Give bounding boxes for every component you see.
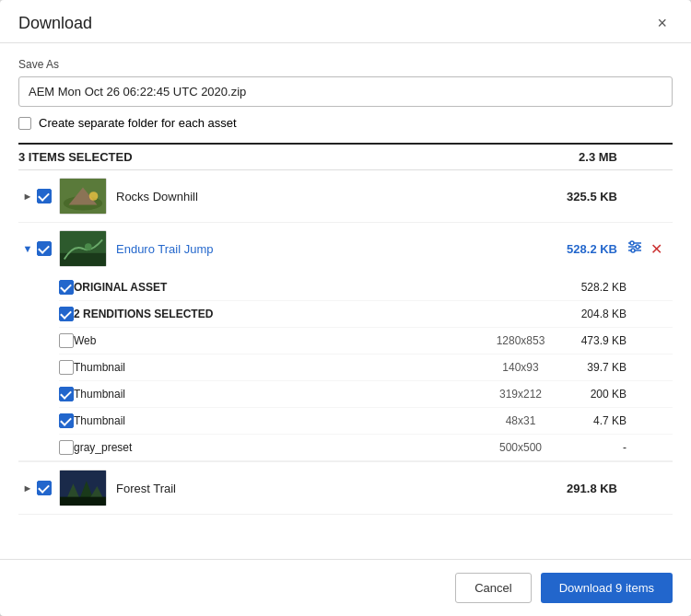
sub-row: Thumbnail 319x212 200 KB — [59, 381, 673, 408]
separate-folder-row: Create separate folder for each asset — [18, 116, 673, 130]
sub-checkbox[interactable] — [59, 280, 74, 295]
sub-label: Thumbnail — [74, 388, 479, 401]
sub-size: 200 KB — [562, 388, 627, 401]
sub-dims: 140x93 — [479, 361, 562, 374]
expand-chevron[interactable]: ▼ — [18, 243, 37, 254]
sub-label: Web — [74, 334, 479, 347]
separate-folder-checkbox[interactable] — [18, 117, 31, 130]
remove-icon[interactable]: ✕ — [650, 240, 662, 258]
svg-point-12 — [631, 249, 635, 252]
asset-sub-items: ORIGINAL ASSET 528.2 KB 2 RENDITIONS SEL… — [18, 274, 673, 461]
download-dialog: Download × Save As Create separate folde… — [0, 0, 691, 616]
items-header: 3 ITEMS SELECTED 2.3 MB — [18, 143, 673, 170]
sub-dims: 319x212 — [479, 388, 562, 401]
svg-rect-17 — [60, 497, 106, 506]
sub-checkbox[interactable] — [59, 333, 74, 348]
sub-checkbox[interactable] — [59, 387, 74, 401]
sub-dims: 48x31 — [479, 414, 562, 427]
expand-chevron[interactable]: ► — [18, 191, 37, 202]
asset-name: Enduro Trail Jump — [116, 242, 544, 256]
asset-name: Forest Trail — [116, 482, 544, 495]
dialog-header: Download × — [0, 0, 691, 43]
sub-size: 473.9 KB — [562, 334, 627, 347]
asset-thumbnail — [59, 230, 107, 267]
sub-row: ORIGINAL ASSET 528.2 KB — [59, 274, 673, 301]
asset-checkbox[interactable] — [37, 189, 52, 203]
sub-size: 204.8 KB — [562, 308, 627, 320]
sub-label: Thumbnail — [74, 414, 479, 427]
separate-folder-label: Create separate folder for each asset — [39, 116, 237, 130]
svg-point-10 — [630, 241, 634, 245]
asset-thumbnail — [59, 178, 107, 215]
svg-point-3 — [89, 192, 99, 201]
asset-size: 528.2 KB — [544, 242, 617, 256]
asset-row: ► Forest Trail 291.8 KB — [18, 461, 673, 515]
sub-size: 4.7 KB — [562, 414, 627, 427]
settings-icon[interactable] — [627, 238, 643, 259]
asset-thumbnail — [59, 470, 107, 506]
dialog-title: Download — [18, 14, 92, 33]
sub-dims: 500x500 — [479, 441, 562, 454]
sub-checkbox[interactable] — [59, 413, 74, 428]
sub-label: ORIGINAL ASSET — [74, 281, 479, 294]
close-button[interactable]: × — [651, 13, 673, 33]
sub-dims: 1280x853 — [479, 334, 562, 347]
asset-checkbox[interactable] — [37, 481, 52, 495]
asset-row: ▼ Enduro Trail Jump 528.2 KB — [18, 223, 673, 274]
sub-size: 39.7 KB — [562, 361, 627, 374]
asset-size: 325.5 KB — [544, 190, 617, 203]
sub-row: Web 1280x853 473.9 KB — [59, 328, 673, 354]
sub-label: 2 RENDITIONS SELECTED — [74, 308, 479, 320]
asset-checkbox[interactable] — [37, 241, 52, 256]
download-button[interactable]: Download 9 items — [541, 573, 673, 603]
asset-size: 291.8 KB — [544, 482, 617, 495]
sub-label: Thumbnail — [74, 361, 479, 374]
sub-row: Thumbnail 48x31 4.7 KB — [59, 408, 673, 435]
sub-row: Thumbnail 140x93 39.7 KB — [59, 354, 673, 381]
cancel-button[interactable]: Cancel — [455, 573, 531, 603]
sub-checkbox[interactable] — [59, 307, 74, 321]
asset-actions: ✕ — [627, 238, 673, 259]
asset-row: ► Rocks Downhill 325.5 KB — [18, 170, 673, 223]
svg-point-6 — [85, 243, 92, 250]
sub-checkbox[interactable] — [59, 360, 74, 375]
dialog-footer: Cancel Download 9 items — [0, 559, 691, 616]
svg-point-11 — [636, 245, 639, 249]
items-total-size: 2.3 MB — [579, 150, 617, 164]
asset-list: ► Rocks Downhill 325.5 KB ▼ — [18, 170, 673, 550]
items-count-label: 3 ITEMS SELECTED — [18, 150, 133, 164]
asset-name: Rocks Downhill — [116, 190, 544, 203]
save-as-input[interactable] — [18, 76, 673, 107]
sub-size: - — [562, 441, 627, 454]
save-as-label: Save As — [18, 58, 673, 71]
sub-row: gray_preset 500x500 - — [59, 435, 673, 460]
expand-chevron[interactable]: ► — [18, 482, 37, 494]
sub-row: 2 RENDITIONS SELECTED 204.8 KB — [59, 301, 673, 328]
dialog-body: Save As Create separate folder for each … — [0, 43, 691, 559]
sub-size: 528.2 KB — [562, 281, 627, 294]
sub-checkbox[interactable] — [59, 440, 74, 455]
sub-label: gray_preset — [74, 441, 479, 454]
